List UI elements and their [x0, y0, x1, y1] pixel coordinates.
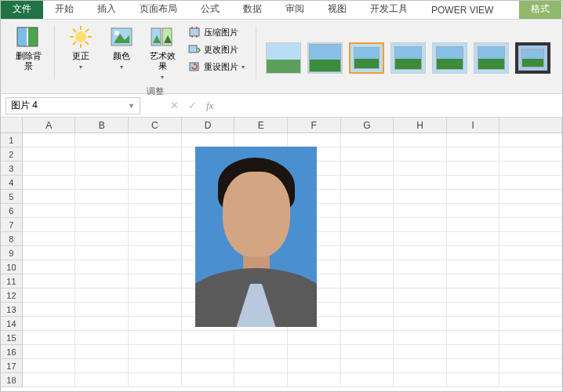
cell[interactable] — [129, 345, 182, 359]
cell[interactable] — [394, 317, 447, 331]
cell[interactable] — [341, 345, 394, 359]
cell[interactable] — [447, 303, 500, 317]
row-header[interactable]: 18 — [1, 373, 23, 387]
tab-format[interactable]: 格式 — [519, 0, 561, 19]
column-header[interactable]: E — [234, 118, 288, 133]
cell[interactable] — [341, 133, 394, 147]
cell[interactable] — [234, 331, 288, 345]
cell[interactable] — [499, 303, 562, 317]
row-header[interactable]: 2 — [1, 147, 23, 162]
row-header[interactable]: 15 — [1, 331, 23, 345]
cell[interactable] — [499, 317, 562, 331]
select-all-corner[interactable] — [1, 118, 23, 133]
cell[interactable] — [129, 274, 182, 289]
cell[interactable] — [499, 218, 562, 232]
column-header[interactable]: D — [182, 118, 235, 133]
row-header[interactable]: 8 — [1, 232, 23, 246]
cell[interactable] — [341, 260, 394, 274]
cell[interactable] — [394, 190, 447, 204]
row-header[interactable]: 11 — [1, 274, 23, 289]
cell[interactable] — [394, 147, 447, 162]
cell[interactable] — [447, 232, 500, 246]
cell[interactable] — [499, 345, 562, 359]
cell[interactable] — [394, 289, 447, 303]
reset-picture-button[interactable]: 重设图片 ▾ — [185, 59, 248, 74]
cell[interactable] — [499, 260, 562, 274]
cell[interactable] — [394, 331, 447, 345]
cell[interactable] — [23, 162, 76, 176]
picture-style-7[interactable] — [515, 42, 550, 74]
row-header[interactable]: 6 — [1, 204, 23, 218]
cell[interactable] — [447, 190, 500, 204]
cell[interactable] — [129, 303, 182, 317]
row-header[interactable]: 10 — [1, 260, 23, 274]
cell[interactable] — [447, 331, 500, 345]
cell[interactable] — [499, 162, 562, 176]
cell[interactable] — [75, 373, 129, 387]
cell[interactable] — [447, 289, 500, 303]
cell[interactable] — [447, 373, 500, 387]
column-header[interactable] — [499, 118, 562, 133]
cell[interactable] — [75, 359, 129, 373]
cell[interactable] — [341, 147, 394, 162]
cell[interactable] — [447, 176, 500, 190]
cell[interactable] — [75, 260, 129, 274]
cell[interactable] — [499, 359, 562, 373]
cell[interactable] — [341, 176, 394, 190]
cell[interactable] — [499, 190, 562, 204]
picture-style-5[interactable] — [432, 42, 467, 74]
cell[interactable] — [129, 204, 182, 218]
cell[interactable] — [447, 147, 500, 162]
cell[interactable] — [129, 359, 182, 373]
cell[interactable] — [499, 289, 562, 303]
column-header[interactable]: I — [447, 118, 500, 133]
cell[interactable] — [394, 303, 447, 317]
cell[interactable] — [341, 246, 394, 260]
cell[interactable] — [182, 359, 235, 373]
row-header[interactable]: 7 — [1, 218, 23, 232]
picture-style-1[interactable] — [266, 42, 301, 74]
cell[interactable] — [499, 176, 562, 190]
cell[interactable] — [499, 274, 562, 289]
cell[interactable] — [394, 345, 447, 359]
cell[interactable] — [394, 218, 447, 232]
cell[interactable] — [182, 373, 235, 387]
cell[interactable] — [234, 373, 288, 387]
cell[interactable] — [341, 204, 394, 218]
cell[interactable] — [394, 260, 447, 274]
row-header[interactable]: 3 — [1, 162, 23, 176]
cell[interactable] — [447, 133, 500, 147]
cell[interactable] — [182, 345, 235, 359]
cell[interactable] — [23, 218, 76, 232]
cell[interactable] — [129, 331, 182, 345]
cell[interactable] — [129, 289, 182, 303]
cell[interactable] — [341, 218, 394, 232]
cell[interactable] — [129, 246, 182, 260]
cell[interactable] — [341, 232, 394, 246]
cell[interactable] — [341, 190, 394, 204]
remove-background-button[interactable]: 删除背景 — [10, 23, 46, 73]
cell[interactable] — [75, 303, 129, 317]
cell[interactable] — [75, 232, 129, 246]
cell[interactable] — [75, 246, 129, 260]
cell[interactable] — [23, 176, 76, 190]
cell[interactable] — [394, 133, 447, 147]
cell[interactable] — [447, 260, 500, 274]
tab-page-layout[interactable]: 页面布局 — [128, 0, 189, 19]
picture-style-6[interactable] — [474, 42, 509, 74]
row-header[interactable]: 4 — [1, 176, 23, 190]
cell[interactable] — [447, 345, 500, 359]
cell[interactable] — [234, 359, 288, 373]
row-header[interactable]: 14 — [1, 317, 23, 331]
cell[interactable] — [499, 246, 562, 260]
cell[interactable] — [447, 274, 500, 289]
cell[interactable] — [23, 147, 76, 162]
cell[interactable] — [129, 232, 182, 246]
cell[interactable] — [129, 373, 182, 387]
row-header[interactable]: 12 — [1, 289, 23, 303]
cell[interactable] — [341, 162, 394, 176]
cell[interactable] — [341, 331, 394, 345]
cell[interactable] — [129, 176, 182, 190]
change-picture-button[interactable]: 更改图片 — [185, 42, 248, 57]
cell[interactable] — [75, 289, 129, 303]
